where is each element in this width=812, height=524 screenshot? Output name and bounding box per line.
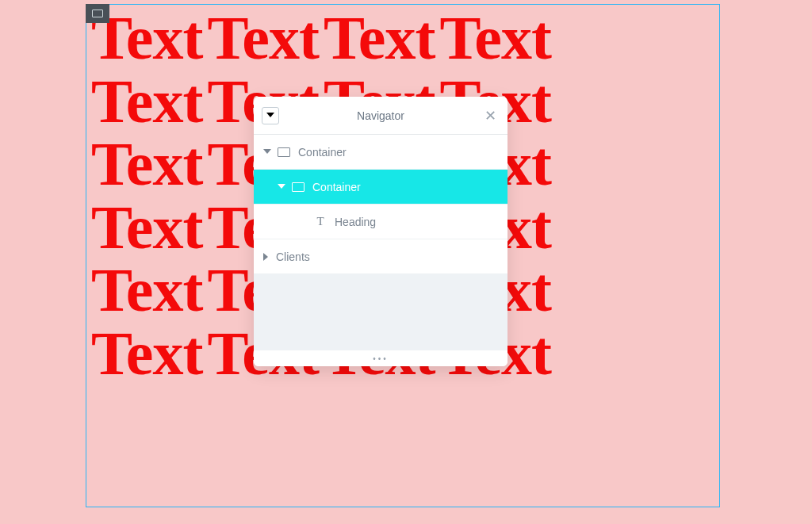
navigator-empty-area	[254, 274, 508, 350]
tree-item-label: Clients	[276, 251, 310, 263]
placeholder-word: Text	[324, 4, 435, 72]
container-icon	[292, 182, 304, 192]
placeholder-word: Text	[207, 4, 318, 72]
placeholder-text-row: TextTextTextText	[91, 6, 714, 70]
chevron-down-icon	[266, 113, 274, 119]
chevron-down-icon	[278, 184, 285, 190]
navigator-collapse-button[interactable]	[262, 107, 279, 124]
tree-item-container[interactable]: Container	[254, 135, 508, 170]
container-icon	[92, 10, 103, 17]
placeholder-word: Text	[439, 4, 550, 72]
container-icon	[278, 147, 290, 157]
placeholder-word: Text	[91, 255, 202, 324]
tree-item-clients[interactable]: Clients	[254, 239, 508, 274]
tree-item-container-selected[interactable]: Container	[254, 170, 508, 205]
navigator-resize-handle[interactable]: •••	[254, 350, 508, 366]
placeholder-word: Text	[91, 67, 202, 136]
placeholder-word: Text	[91, 129, 202, 198]
tree-item-heading[interactable]: T Heading	[254, 205, 508, 239]
navigator-tree: Container Container T Heading Clients	[254, 135, 508, 274]
chevron-down-icon	[263, 149, 271, 155]
tree-item-label: Container	[298, 146, 347, 159]
tree-indent-spacer	[301, 219, 308, 225]
chevron-right-icon	[263, 253, 270, 261]
navigator-title: Navigator	[254, 109, 508, 122]
tree-item-label: Heading	[335, 216, 376, 228]
navigator-panel[interactable]: Navigator ✕ Container Container T Headin…	[254, 97, 508, 366]
navigator-header: Navigator ✕	[254, 97, 508, 135]
tree-item-label: Container	[312, 181, 361, 193]
selection-handle[interactable]	[86, 4, 109, 23]
text-icon: T	[314, 215, 327, 228]
placeholder-word: Text	[91, 193, 202, 262]
close-icon[interactable]: ✕	[481, 105, 500, 126]
placeholder-word: Text	[91, 319, 202, 388]
